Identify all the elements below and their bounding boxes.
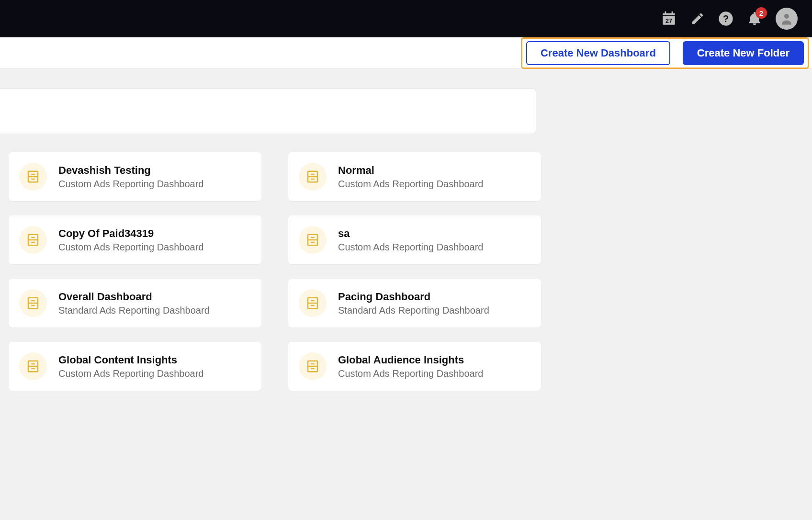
cabinet-icon xyxy=(299,289,327,317)
create-new-dashboard-button[interactable]: Create New Dashboard xyxy=(526,41,670,65)
dashboard-card[interactable]: Pacing Dashboard Standard Ads Reporting … xyxy=(288,279,541,328)
dashboard-card[interactable]: Copy Of Paid34319 Custom Ads Reporting D… xyxy=(9,215,261,264)
action-bar: Create New Dashboard Create New Folder xyxy=(0,37,812,69)
dashboard-card[interactable]: Overall Dashboard Standard Ads Reporting… xyxy=(9,279,261,328)
dashboard-card[interactable]: Global Audience Insights Custom Ads Repo… xyxy=(288,342,541,391)
card-subtitle: Standard Ads Reporting Dashboard xyxy=(338,305,489,316)
cabinet-icon xyxy=(19,352,47,380)
svg-rect-0 xyxy=(663,13,675,15)
card-subtitle: Custom Ads Reporting Dashboard xyxy=(338,242,484,253)
cabinet-icon xyxy=(19,163,47,191)
calendar-icon[interactable]: 27 xyxy=(661,11,677,27)
cabinet-icon xyxy=(299,226,327,254)
card-title: Normal xyxy=(338,164,484,177)
notifications-icon[interactable]: 2 xyxy=(747,11,762,26)
topbar: 27 ? 2 xyxy=(0,0,812,37)
cabinet-icon xyxy=(19,226,47,254)
card-title: Overall Dashboard xyxy=(58,291,210,303)
dashboard-card[interactable]: sa Custom Ads Reporting Dashboard xyxy=(288,215,541,264)
card-subtitle: Custom Ads Reporting Dashboard xyxy=(58,179,204,190)
card-title: sa xyxy=(338,227,484,240)
svg-point-6 xyxy=(784,14,789,19)
help-icon[interactable]: ? xyxy=(718,11,733,26)
svg-rect-3 xyxy=(672,11,673,14)
card-title: Copy Of Paid34319 xyxy=(58,227,204,240)
avatar[interactable] xyxy=(776,8,798,30)
card-title: Pacing Dashboard xyxy=(338,291,489,303)
cabinet-icon xyxy=(299,163,327,191)
card-subtitle: Custom Ads Reporting Dashboard xyxy=(58,368,204,379)
svg-text:?: ? xyxy=(723,13,729,24)
dashboards-grid: Devashish Testing Custom Ads Reporting D… xyxy=(0,134,812,391)
notification-badge: 2 xyxy=(756,7,767,19)
card-title: Global Audience Insights xyxy=(338,354,484,366)
calendar-day: 27 xyxy=(665,17,672,24)
pencil-icon[interactable] xyxy=(690,11,705,26)
create-new-folder-button[interactable]: Create New Folder xyxy=(683,41,804,65)
dashboard-card[interactable]: Global Content Insights Custom Ads Repor… xyxy=(9,342,261,391)
card-title: Devashish Testing xyxy=(58,164,204,177)
dashboard-card[interactable]: Devashish Testing Custom Ads Reporting D… xyxy=(9,152,261,201)
highlighted-actions: Create New Dashboard Create New Folder xyxy=(521,37,809,69)
card-title: Global Content Insights xyxy=(58,354,204,366)
cabinet-icon xyxy=(299,352,327,380)
svg-rect-2 xyxy=(665,11,666,14)
card-subtitle: Custom Ads Reporting Dashboard xyxy=(338,368,484,379)
search-panel[interactable] xyxy=(0,88,536,134)
card-subtitle: Standard Ads Reporting Dashboard xyxy=(58,305,210,316)
card-subtitle: Custom Ads Reporting Dashboard xyxy=(338,179,484,190)
cabinet-icon xyxy=(19,289,47,317)
dashboard-card[interactable]: Normal Custom Ads Reporting Dashboard xyxy=(288,152,541,201)
card-subtitle: Custom Ads Reporting Dashboard xyxy=(58,242,204,253)
